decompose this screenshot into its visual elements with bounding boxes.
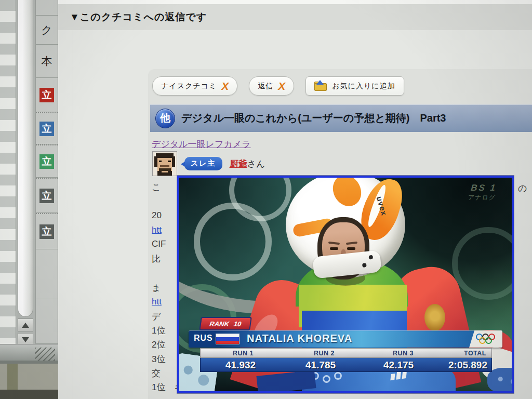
runs-header-row: RUN 1 RUN 2 RUN 3 TOTAL	[200, 348, 492, 358]
tab-label: 立	[39, 224, 54, 239]
tv-frame: uvex uvex	[179, 178, 512, 391]
run1-header: RUN 1	[233, 350, 254, 357]
screen: ク 本 立 立 立 立 立 ▼このクチコミへの返信です ナイスクチコミ	[0, 0, 532, 399]
sidebar-tab-tachi-red[interactable]: 立	[36, 78, 58, 112]
resize-grip[interactable]	[35, 348, 55, 361]
run2-header: RUN 2	[314, 350, 335, 357]
body-text-fragment: の	[518, 182, 527, 194]
rank-value: 10	[233, 320, 242, 328]
eyebrow	[346, 242, 357, 245]
scroll-up-icon	[22, 323, 29, 328]
athlete-legs	[304, 369, 456, 391]
watermark-line1: BS 1	[469, 183, 497, 193]
helmet-flame	[327, 178, 366, 211]
thread-title-bar: 他 デジタル一眼のこれから(ユーザーの予想と期待) Part3	[150, 104, 532, 132]
sidebar-tab-ku[interactable]: ク	[36, 16, 58, 45]
body-text-line: こ	[152, 181, 161, 193]
eye	[347, 247, 355, 250]
desk-shadow	[0, 390, 58, 399]
eye	[330, 247, 338, 250]
sidebar-tab-tachi-gray1[interactable]: 立	[36, 178, 58, 213]
thread-owner-row: スレ主 厨爺さん	[152, 151, 265, 176]
rank-banner: RANK 10	[199, 317, 252, 330]
page-top-strip	[58, 0, 532, 4]
suit-pattern	[323, 375, 330, 383]
reply-button[interactable]: 返信 X	[249, 76, 294, 96]
toolbar: ナイスクチコミ X 返信 X お気に入りに追加	[152, 76, 404, 96]
run3-time: 42.175	[383, 360, 414, 371]
tab-label: 立	[39, 154, 54, 169]
sidebar-cell-empty	[36, 299, 58, 344]
body-text-line: 2位	[152, 339, 165, 351]
athlete-name-bar: RUS NATALIA KHOREVA	[189, 330, 502, 348]
total-header: TOTAL	[464, 350, 486, 357]
eyebrow	[328, 242, 340, 245]
body-link-line[interactable]: htt	[152, 225, 162, 235]
tab-label: 立	[39, 122, 54, 136]
background-circle	[452, 227, 512, 300]
reply-section-title: ▼このクチコミへの返信です	[70, 10, 207, 24]
tab-label: 立	[39, 88, 54, 102]
station-watermark: BS 1 アナログ	[468, 183, 497, 202]
rank-label: RANK	[209, 320, 230, 328]
body-text-line: デ	[152, 311, 161, 323]
body-text-line: ま	[152, 282, 161, 294]
nice-review-label: ナイスクチコミ	[161, 82, 217, 91]
desk-surface	[0, 364, 58, 399]
thread-owner-badge: スレ主	[184, 157, 222, 170]
reply-label: 返信	[258, 82, 273, 91]
body-text-line: 20	[152, 210, 162, 221]
run2-time: 41.785	[305, 360, 336, 371]
olympic-rings-icon	[469, 330, 502, 348]
folder-icon	[314, 81, 327, 91]
add-favorite-button[interactable]: お気に入りに追加	[305, 76, 404, 96]
board-link[interactable]: デジタル一眼レフカメラ	[152, 138, 251, 150]
body-link-line[interactable]: htt	[152, 297, 162, 307]
body-text-line: CIF	[152, 239, 166, 249]
scroll-up-button[interactable]	[18, 318, 33, 331]
total-time: 2:05.892	[448, 360, 487, 371]
category-icon: 他	[155, 109, 175, 128]
content-divider	[73, 30, 73, 399]
body-text-line: 比	[152, 253, 161, 265]
athlete-name: NATALIA KHOREVA	[247, 332, 352, 344]
avatar	[152, 151, 177, 176]
russia-flag-icon	[216, 334, 240, 344]
reply-section-header: ▼このクチコミへの返信です	[58, 4, 532, 30]
country-code: RUS	[194, 334, 213, 343]
scrollbar-thumb[interactable]	[18, 0, 33, 317]
scroll-down-icon	[22, 337, 29, 342]
run3-header: RUN 3	[393, 350, 414, 357]
body-text-line: 1位	[152, 325, 165, 337]
suit-pattern	[334, 372, 342, 380]
sidebar-tab-column: ク 本 立 立 立 立 立	[35, 0, 58, 344]
background-list-stripes	[0, 0, 16, 344]
run1-time: 41.932	[225, 360, 256, 371]
add-favorite-label: お気に入りに追加	[332, 82, 395, 91]
owner-name-suffix: さん	[247, 159, 265, 169]
window-status-bar	[0, 344, 58, 364]
runs-value-row: 41.932 41.785 42.175 2:05.892	[200, 358, 492, 372]
background-window: ク 本 立 立 立 立 立	[0, 0, 58, 364]
sidebar-tab-hon[interactable]: 本	[36, 45, 58, 78]
sidebar-tab-tachi-green[interactable]: 立	[36, 144, 58, 178]
forum-page: ▼このクチコミへの返信です ナイスクチコミ X 返信 X お気に入りに追加	[58, 0, 532, 399]
owner-name-link[interactable]: 厨爺	[230, 159, 247, 169]
sidebar-cell-empty	[36, 249, 58, 299]
tab-label: 本	[42, 54, 52, 69]
sidebar-cell-empty	[36, 0, 58, 16]
body-text-line: 3位	[152, 353, 165, 365]
watermark-line2: アナログ	[468, 193, 496, 202]
body-text-line: 交	[152, 367, 161, 379]
vertical-scrollbar[interactable]	[16, 0, 35, 344]
reply-x-icon: X	[278, 81, 285, 91]
tab-label: ク	[41, 23, 52, 37]
nice-review-button[interactable]: ナイスクチコミ X	[152, 76, 237, 96]
thread-title: デジタル一眼のこれから(ユーザーの予想と期待) Part3	[181, 111, 446, 125]
sidebar-tab-tachi-gray2[interactable]: 立	[36, 213, 58, 249]
sidebar-tab-tachi-blue[interactable]: 立	[36, 112, 58, 144]
tv-capture-image[interactable]: uvex uvex	[177, 176, 514, 393]
nice-review-x-icon: X	[221, 81, 229, 91]
tab-label: 立	[39, 189, 54, 203]
team-crest	[424, 304, 445, 331]
